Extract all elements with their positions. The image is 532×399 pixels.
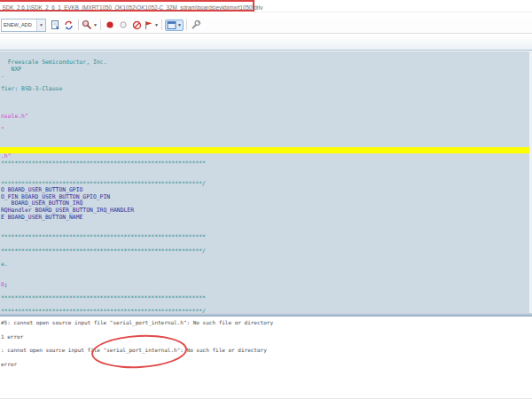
build-output[interactable]: #5: cannot open source input file "seria… <box>0 317 532 397</box>
code-line: ****************************************… <box>1 295 529 302</box>
code-line: NXP <box>1 66 529 74</box>
code-line <box>1 168 529 175</box>
console-line: : cannot open source input file "serial_… <box>1 347 532 361</box>
zoom-magnifier-button[interactable]: ▼ <box>82 20 98 30</box>
code-line <box>1 221 529 228</box>
console-lines: #5: cannot open source input file "seria… <box>1 319 532 374</box>
code-line <box>1 100 529 107</box>
code-line <box>1 140 529 147</box>
breakpoint-icon[interactable] <box>105 19 116 31</box>
windows-icon <box>167 20 176 30</box>
flag-button[interactable]: ▼ <box>144 20 159 30</box>
chevron-down-icon: ▼ <box>154 22 159 27</box>
code-line: e. <box>1 262 529 269</box>
code-line <box>1 120 529 127</box>
context-combobox-value: ENEW_ADD <box>2 20 36 31</box>
console-line: error <box>1 361 532 375</box>
toolbar-separator <box>78 20 79 30</box>
wrench-icon[interactable] <box>191 19 202 31</box>
code-line: ****************************************… <box>1 248 529 255</box>
add-document-icon[interactable] <box>50 19 61 31</box>
chevron-down-icon: ▼ <box>93 22 98 27</box>
context-combobox[interactable]: ENEW_ADD ▼ <box>1 19 46 32</box>
code-line: ****************************************… <box>1 160 529 168</box>
code-line: 0; <box>1 282 529 289</box>
toolbar: ENEW_ADD ▼ ▼ <box>0 17 532 34</box>
annotation-rectangle: _SDK_2.6.1\SDK_2_6_1_EVKB_IMXRT1050_OK10… <box>0 0 254 12</box>
toolbar-separator <box>100 20 101 30</box>
editor-pane-header <box>0 35 532 51</box>
toolbar-separator <box>186 20 187 30</box>
code-line: fier: BSD-3-Clause <box>1 86 529 93</box>
code-line: nsole.h" <box>1 113 529 121</box>
app-window: _SDK_2.6.1\SDK_2_6_1_EVKB_IMXRT1050_OK10… <box>0 0 532 399</box>
code-line: ****************************************… <box>1 234 529 241</box>
code-line: " <box>1 127 529 134</box>
code-line: . <box>1 73 529 80</box>
windows-button[interactable]: ▼ <box>165 20 184 31</box>
breakpoint-disabled-icon[interactable] <box>118 19 129 31</box>
sync-arrows-icon[interactable] <box>63 19 74 31</box>
flag-icon <box>144 20 153 30</box>
code-line <box>1 80 529 87</box>
code-editor[interactable]: Freescale Semiconductor, Inc. NXP.fier: … <box>0 51 532 313</box>
zoom-magnifier-icon <box>82 20 92 30</box>
chevron-down-icon: ▼ <box>177 22 182 27</box>
highlighted-line <box>0 147 532 154</box>
code-line <box>1 254 529 262</box>
path-bar-divider <box>253 12 532 12</box>
file-path: _SDK_2.6.1\SDK_2_6_1_EVKB_IMXRT1050_OK10… <box>0 4 262 11</box>
chevron-down-icon[interactable]: ▼ <box>36 20 45 31</box>
code-lines: Freescale Semiconductor, Inc. NXP.fier: … <box>1 59 529 313</box>
toolbar-separator <box>161 20 162 30</box>
code-line <box>1 106 529 113</box>
code-line <box>1 93 529 100</box>
code-line: Freescale Semiconductor, Inc. <box>1 59 529 66</box>
path-bar: _SDK_2.6.1\SDK_2_6_1_EVKB_IMXRT1050_OK10… <box>0 0 532 17</box>
code-line <box>1 134 529 141</box>
code-line: E BOARD_USER_BUTTON_NAME <box>1 215 529 222</box>
code-line <box>1 275 529 282</box>
console-line: 1 error <box>1 333 532 348</box>
console-line: #5: cannot open source input file "seria… <box>1 319 532 333</box>
code-line <box>1 268 529 275</box>
clear-breakpoints-icon[interactable] <box>131 19 143 31</box>
